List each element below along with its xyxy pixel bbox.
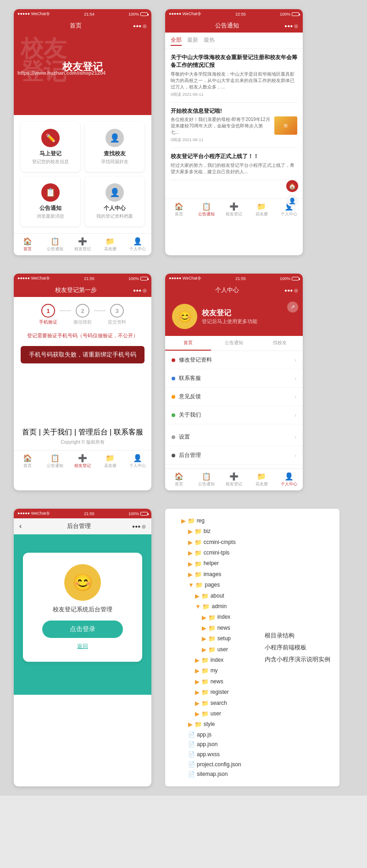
announce-sub: 浏览最新消息 bbox=[25, 213, 76, 220]
bottom-nav-2: 🏠首页 📋公告通知 ➕校友登记 📁花名册 👤个人中心 bbox=[165, 198, 303, 220]
time-4: 21:55 bbox=[235, 276, 246, 281]
nav-roster-1[interactable]: 📁花名册 bbox=[96, 236, 124, 253]
step-label-1: 手机验证 bbox=[39, 319, 57, 325]
teal-background: 😊 校友登记系统后台管理 点击登录 返回 bbox=[14, 534, 151, 695]
settings-label: 设置 bbox=[179, 433, 295, 441]
login-avatar: 😊 bbox=[64, 564, 101, 601]
about-label: 关于我们 bbox=[179, 411, 295, 419]
nav-home-1[interactable]: 🏠首页 bbox=[14, 236, 41, 253]
folder-news: ▶ 📁news bbox=[174, 623, 258, 633]
nav-profile-4[interactable]: 👤个人中心 bbox=[275, 471, 303, 489]
mini-nav-home[interactable]: 首页 bbox=[165, 336, 211, 351]
menu-item-find[interactable]: 👤 查找校友 寻找同届好友 bbox=[85, 122, 145, 172]
announce-title: 公告通知 bbox=[25, 204, 76, 212]
status-bar-4: ●●●●● WeChat令 21:55 100% bbox=[165, 274, 303, 283]
profile-title: 个人中心 bbox=[89, 204, 140, 212]
news-body-1: 各位校友好！我们亲爱的母校-即将于2019年12月迎来建校70周年大庆，金融专业… bbox=[171, 116, 297, 136]
nav-reg-1[interactable]: ➕校友登记 bbox=[69, 236, 96, 253]
arrow-feedback: › bbox=[295, 394, 296, 400]
battery-5 bbox=[140, 512, 148, 516]
nav-home-2[interactable]: 🏠首页 bbox=[165, 201, 193, 219]
folder-admin: ▼ 📁admin bbox=[174, 601, 258, 612]
tab-hot[interactable]: 最热 bbox=[204, 35, 215, 46]
folder-about: ▶ 📁about bbox=[174, 591, 258, 601]
card-title: 校友登记系统后台管理 bbox=[32, 605, 133, 614]
battery-1 bbox=[140, 12, 148, 16]
nav-reg-2[interactable]: ➕校友登记 bbox=[220, 201, 248, 219]
register-icon: ✏️ bbox=[41, 129, 60, 147]
page-title-4: 个人中心 bbox=[215, 286, 239, 294]
watermark-url: https://www.huzhan.com/ishop21204 bbox=[17, 70, 106, 76]
back-arrow[interactable]: ‹ bbox=[19, 522, 22, 530]
tree: ▶ 📁reg ▶ 📁biz ▶ 📁ccmini-cmpts ▶ 📁ccmini-… bbox=[174, 516, 258, 780]
file-tree-list: ▶ 📁reg ▶ 📁biz ▶ 📁ccmini-cmpts ▶ 📁ccmini-… bbox=[174, 516, 258, 780]
admin-page-title: 后台管理 bbox=[25, 522, 132, 530]
profile-icon: 👤 bbox=[106, 183, 124, 202]
nav-reg-3[interactable]: ➕校友登记 bbox=[69, 452, 96, 470]
back-link[interactable]: 返回 bbox=[32, 643, 133, 650]
arrow-edit: › bbox=[295, 357, 296, 363]
float-home[interactable]: 🏠 bbox=[286, 180, 298, 192]
arrow-settings: › bbox=[295, 434, 296, 440]
tab-latest[interactable]: 最新 bbox=[187, 35, 198, 46]
footer-copy: Copyright © 版权所有 bbox=[14, 439, 151, 445]
nav-announce-1[interactable]: 📋公告通知 bbox=[41, 236, 69, 253]
phone-btn[interactable]: 手机号码获取失败，请重新绑定手机号码 bbox=[21, 346, 145, 363]
announce-icon: 📋 bbox=[41, 183, 60, 202]
nav-announce-2[interactable]: 📋公告通知 bbox=[193, 201, 220, 219]
menu-feedback[interactable]: 意见反馈 › bbox=[165, 388, 303, 406]
news-item-1[interactable]: 开始校友信息登记啦! 各位校友好！我们亲爱的母校-即将于2019年12月迎来建校… bbox=[171, 103, 297, 148]
find-icon: 👤 bbox=[106, 129, 124, 147]
folder-images: ▶ 📁images bbox=[174, 569, 258, 580]
login-btn[interactable]: 点击登录 bbox=[42, 621, 123, 638]
step-num-3: 3 bbox=[110, 304, 124, 318]
title-bar-2: 公告通知 ●●● ◎ bbox=[165, 19, 303, 33]
profile-sub: 我的登记资料档案 bbox=[89, 213, 140, 220]
nav-roster-3[interactable]: 📁花名册 bbox=[96, 452, 124, 470]
labels-right: 根目录结构 小程序前端模板 内含小程序演示说明实例 bbox=[265, 516, 330, 780]
news-item-2[interactable]: 校友登记平台小程序正式上线了！！ 经过大家的努力，我们的校友登记平台小程序正式上… bbox=[171, 148, 297, 180]
menu-backend[interactable]: 后台管理 › bbox=[165, 446, 303, 465]
nav-roster-2[interactable]: 📁花名册 bbox=[248, 201, 275, 219]
menu-edit-profile[interactable]: 修改登记资料 › bbox=[165, 351, 303, 369]
folder-user: ▶ 📁user bbox=[174, 644, 258, 655]
mini-nav-find[interactable]: 找校友 bbox=[257, 336, 303, 351]
profile-menu: 修改登记资料 › 联系客服 › 意见反馈 › 关于我们 › bbox=[165, 351, 303, 465]
share-icon[interactable]: ↗ bbox=[287, 302, 298, 313]
bottom-nav-1: 🏠首页 📋公告通知 ➕校友登记 📁花名册 👤个人中心 bbox=[14, 233, 151, 255]
menu-contact[interactable]: 联系客服 › bbox=[165, 369, 303, 388]
menu-item-profile[interactable]: 👤 个人中心 我的登记资料档案 bbox=[85, 176, 145, 226]
nav-reg-4[interactable]: ➕校友登记 bbox=[220, 471, 248, 489]
status-bar-2: ●●●●● WeChat令 22:55 100% bbox=[165, 9, 303, 19]
dot-contact bbox=[172, 377, 175, 380]
nav-announce-3[interactable]: 📋公告通知 bbox=[41, 452, 69, 470]
dot-backend bbox=[172, 454, 175, 457]
nav-profile-1[interactable]: 👤个人中心 bbox=[124, 236, 151, 253]
page-title-1: 首页 bbox=[70, 22, 82, 30]
news-meta-1: 0阅读 2021-06-11 bbox=[171, 137, 297, 143]
nav-roster-4[interactable]: 📁花名册 bbox=[248, 471, 275, 489]
nav-announce-4[interactable]: 📋公告通知 bbox=[193, 471, 220, 489]
nav-profile-3[interactable]: 👤个人中心 bbox=[124, 452, 151, 470]
folder-pages: ▼ 📁pages bbox=[174, 580, 258, 590]
menu-settings[interactable]: 设置 › bbox=[165, 428, 303, 446]
dot-edit bbox=[172, 358, 175, 362]
float-user[interactable]: 👤 bbox=[286, 195, 298, 207]
mini-nav-announce[interactable]: 公告通知 bbox=[211, 336, 257, 351]
news-item-0[interactable]: 关于中山大学珠海校友会重新登记注册和校友年会筹备工作的情况汇报 尊敬的中大各学院… bbox=[171, 49, 297, 103]
home-header: https://www.huzhan.com/ishop21204 校友登记 校… bbox=[14, 33, 151, 115]
steps-indicator: 1 手机验证 2 微信授权 3 提交资料 bbox=[14, 297, 151, 328]
nav-home-3[interactable]: 🏠首页 bbox=[14, 452, 41, 470]
news-thumb-1: 图 bbox=[274, 116, 297, 135]
news-title-2: 校友登记平台小程序正式上线了！！ bbox=[171, 153, 297, 160]
status-bar-3: ●●●●● WeChat令 21:55 100% bbox=[14, 274, 151, 283]
time-1: 21:54 bbox=[84, 12, 95, 16]
menu-about[interactable]: 关于我们 › bbox=[165, 406, 303, 424]
menu-item-announce[interactable]: 📋 公告通知 浏览最新消息 bbox=[21, 176, 80, 226]
menu-item-register[interactable]: ✏️ 马上登记 登记您的校友信息 bbox=[21, 122, 80, 172]
phone-home: ●●●●● WeChat令 21:54 100% 首页 ●●● ◎ https:… bbox=[14, 9, 151, 255]
dot-settings bbox=[172, 435, 175, 439]
phone-reg: ●●●●● WeChat令 21:55 100% 校友登记第一步 ●●● ◎ 1… bbox=[14, 274, 151, 490]
nav-home-4[interactable]: 🏠首页 bbox=[165, 471, 193, 489]
tab-all[interactable]: 全部 bbox=[171, 35, 182, 46]
